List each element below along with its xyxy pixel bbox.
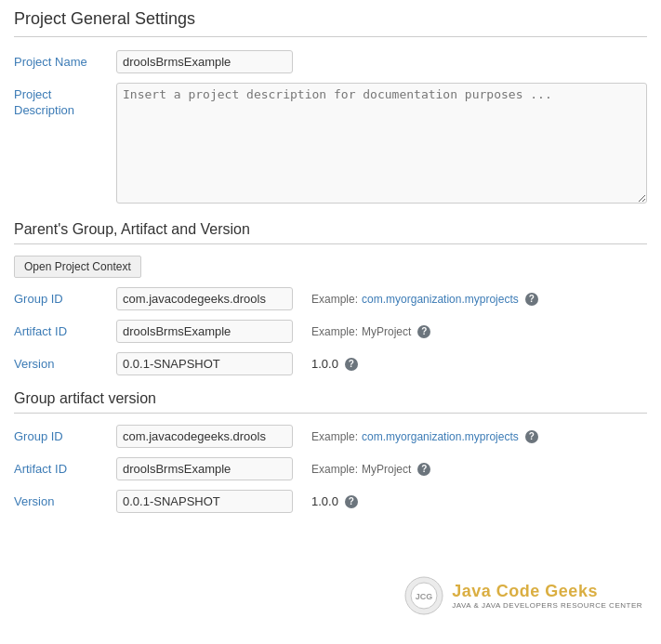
open-project-context-button[interactable]: Open Project Context [14, 256, 141, 278]
page-title: Project General Settings [14, 9, 647, 37]
watermark-text-container: Java Code Geeks Java & Java Developers R… [452, 582, 642, 610]
parents-group-id-control: Example: com.myorganization.myprojects ? [116, 287, 647, 310]
parents-version-label: Version [14, 352, 116, 373]
project-name-input[interactable] [116, 50, 293, 73]
project-name-label: Project Name [14, 50, 116, 71]
project-settings-section: Project Name ProjectDescription [14, 50, 647, 206]
group-artifact-version-help-icon[interactable]: ? [345, 495, 358, 508]
group-artifact-artifact-id-row: Artifact ID Example: MyProject ? [14, 457, 647, 480]
group-artifact-group-id-input[interactable] [116, 425, 293, 448]
group-artifact-artifact-id-input[interactable] [116, 457, 293, 480]
parents-artifact-id-label: Artifact ID [14, 320, 116, 340]
watermark-main-text: Java Code Geeks [452, 582, 642, 601]
parents-artifact-id-input[interactable] [116, 320, 293, 343]
parents-version-control: 1.0.0 ? [116, 352, 647, 375]
group-artifact-version-row: Version 1.0.0 ? [14, 490, 647, 513]
parents-group-id-example-link[interactable]: com.myorganization.myprojects [362, 293, 519, 306]
project-name-row: Project Name [14, 50, 647, 73]
svg-text:JCG: JCG [416, 592, 433, 601]
parents-group-id-help-icon[interactable]: ? [525, 293, 538, 306]
group-artifact-artifact-id-control: Example: MyProject ? [116, 457, 647, 480]
watermark-logo-icon: JCG [403, 575, 444, 616]
parents-version-help-icon[interactable]: ? [345, 358, 358, 371]
parents-artifact-id-row: Artifact ID Example: MyProject ? [14, 320, 647, 343]
group-artifact-group-id-label: Group ID [14, 425, 116, 445]
group-artifact-section: Group ID Example: com.myorganization.myp… [14, 425, 647, 513]
project-description-label: ProjectDescription [14, 83, 116, 119]
group-artifact-artifact-id-label: Artifact ID [14, 457, 116, 478]
project-description-wrapper [116, 83, 647, 206]
project-description-row: ProjectDescription [14, 83, 647, 206]
parents-artifact-id-help-icon[interactable]: ? [417, 325, 430, 338]
parents-artifact-id-control: Example: MyProject ? [116, 320, 647, 343]
project-description-input[interactable] [116, 83, 647, 204]
parents-group-id-row: Group ID Example: com.myorganization.myp… [14, 287, 647, 310]
parents-artifact-id-example: Example: MyProject ? [311, 325, 430, 338]
project-name-control [116, 50, 647, 73]
group-artifact-artifact-id-help-icon[interactable]: ? [417, 463, 430, 476]
parents-group-id-example: Example: com.myorganization.myprojects ? [311, 293, 538, 306]
group-artifact-version-input[interactable] [116, 490, 293, 513]
group-artifact-version-control: 1.0.0 ? [116, 490, 647, 513]
parents-group-title: Parent's Group, Artifact and Version [14, 221, 647, 244]
watermark-sub-text: Java & Java Developers Resource Center [452, 601, 642, 610]
parents-version-note: 1.0.0 ? [311, 357, 358, 371]
group-artifact-artifact-id-example: Example: MyProject ? [311, 463, 430, 476]
group-artifact-group-id-example-link[interactable]: com.myorganization.myprojects [362, 430, 519, 443]
group-artifact-version-label: Version [14, 490, 116, 510]
group-artifact-group-id-control: Example: com.myorganization.myprojects ? [116, 425, 647, 448]
group-artifact-group-id-example: Example: com.myorganization.myprojects ? [311, 430, 538, 443]
parents-version-input[interactable] [116, 352, 293, 375]
group-artifact-title: Group artifact version [14, 390, 647, 414]
watermark: JCG Java Code Geeks Java & Java Develope… [403, 575, 642, 616]
parents-group-id-label: Group ID [14, 287, 116, 308]
parents-version-row: Version 1.0.0 ? [14, 352, 647, 375]
group-artifact-group-id-help-icon[interactable]: ? [525, 430, 538, 443]
group-artifact-version-note: 1.0.0 ? [311, 494, 358, 508]
parents-group-section: Open Project Context Group ID Example: c… [14, 256, 647, 375]
group-artifact-group-id-row: Group ID Example: com.myorganization.myp… [14, 425, 647, 448]
parents-group-id-input[interactable] [116, 287, 293, 310]
